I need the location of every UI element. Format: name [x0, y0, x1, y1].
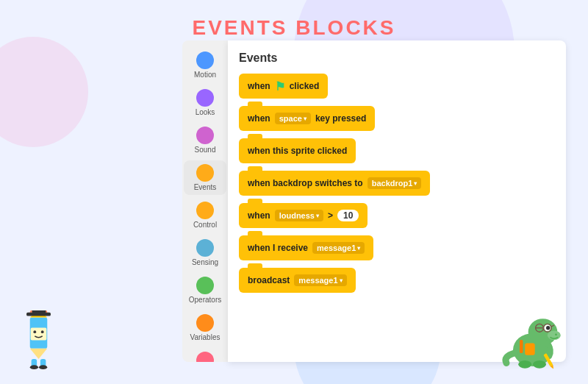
sidebar-item-motion[interactable]: Motion [184, 48, 226, 82]
sidebar: Motion Looks Sound Events Control Sensin… [182, 40, 228, 362]
sprite-clicked-label: when this sprite clicked [248, 146, 347, 156]
block-backdrop-switch[interactable]: when backdrop switches to backdrop1 ▾ [239, 171, 430, 196]
svg-point-22 [555, 333, 557, 335]
backdrop-arrow-icon: ▾ [414, 180, 417, 187]
svg-rect-28 [525, 344, 535, 355]
broadcast-label: broadcast [248, 275, 290, 285]
control-dot [196, 202, 214, 219]
motion-dot [196, 51, 214, 69]
block-loudness[interactable]: when loudness ▾ > 10 [239, 203, 368, 228]
space-arrow-icon: ▾ [304, 115, 306, 122]
loudness-value[interactable]: 10 [337, 210, 359, 221]
receive-message-label: message1 [317, 243, 356, 252]
sidebar-item-variables[interactable]: Variables [184, 310, 226, 345]
backdrop-dropdown[interactable]: backdrop1 ▾ [368, 177, 422, 189]
key-pressed-label: key pressed [315, 113, 366, 124]
loudness-dropdown[interactable]: loudness ▾ [275, 210, 323, 221]
sidebar-label-events: Events [194, 183, 217, 191]
sidebar-label-operators: Operators [189, 296, 221, 304]
backdrop-label: backdrop1 [372, 179, 413, 188]
space-label: space [279, 114, 302, 123]
block-broadcast[interactable]: broadcast message1 ▾ [239, 268, 356, 293]
receive-arrow-icon: ▾ [357, 245, 360, 252]
block-flag-clicked[interactable]: when ⚑ clicked [239, 74, 328, 99]
sidebar-item-control[interactable]: Control [184, 198, 226, 232]
broadcast-dropdown[interactable]: message1 ▾ [294, 274, 346, 286]
broadcast-arrow-icon: ▾ [340, 277, 343, 284]
variables-dot [196, 314, 214, 332]
space-dropdown[interactable]: space ▾ [275, 113, 311, 124]
svg-point-4 [33, 330, 36, 333]
page-title: EVENTS BLOCKS [0, 16, 588, 40]
backdrop-when-label: when backdrop switches to [248, 178, 363, 188]
receive-when-label: when I receive [248, 243, 308, 253]
svg-rect-3 [31, 328, 47, 341]
pencil-character [18, 310, 59, 369]
sidebar-label-control: Control [193, 221, 217, 229]
sidebar-item-sound[interactable]: Sound [184, 123, 226, 157]
sidebar-label-sound: Sound [195, 146, 216, 154]
block-receive[interactable]: when I receive message1 ▾ [239, 235, 373, 260]
sound-dot [196, 127, 214, 144]
block-when-label: when [248, 81, 270, 91]
svg-point-25 [518, 360, 531, 369]
sidebar-item-looks[interactable]: Looks [184, 85, 226, 120]
svg-point-26 [533, 360, 546, 369]
events-dot [196, 164, 214, 182]
svg-point-17 [546, 326, 550, 330]
svg-rect-12 [32, 310, 46, 313]
operators-dot [196, 277, 214, 294]
when-label-2: when [248, 113, 270, 124]
sidebar-label-sensing: Sensing [192, 258, 218, 266]
block-key-pressed[interactable]: when space ▾ key pressed [239, 106, 375, 131]
svg-marker-6 [30, 349, 48, 359]
loudness-arrow-icon: ▾ [316, 213, 319, 219]
svg-point-10 [39, 365, 47, 369]
sidebar-label-motion: Motion [194, 71, 216, 79]
svg-rect-27 [520, 340, 523, 353]
sidebar-label-looks: Looks [196, 108, 215, 116]
sidebar-item-events[interactable]: Events [184, 160, 226, 195]
clicked-label: clicked [290, 81, 320, 91]
sidebar-label-variables: Variables [190, 333, 220, 341]
myblocks-dot [196, 352, 214, 362]
sensing-dot [196, 239, 214, 257]
sidebar-item-operators[interactable]: Operators [184, 273, 226, 307]
panel-title: Events [239, 51, 555, 65]
sidebar-item-sensing[interactable]: Sensing [184, 235, 226, 270]
receive-dropdown[interactable]: message1 ▾ [312, 242, 365, 254]
sidebar-item-myblocks[interactable]: My Blocks [184, 348, 226, 362]
dino-character [500, 307, 566, 373]
looks-dot [196, 89, 214, 107]
block-sprite-clicked[interactable]: when this sprite clicked [239, 138, 356, 163]
svg-point-9 [30, 365, 38, 369]
svg-point-5 [41, 330, 44, 333]
flag-icon: ⚑ [275, 79, 285, 93]
loudness-label: loudness [279, 211, 315, 220]
broadcast-message-label: message1 [298, 276, 337, 285]
loudness-when-label: when [248, 210, 270, 221]
greater-than-label: > [328, 210, 333, 221]
